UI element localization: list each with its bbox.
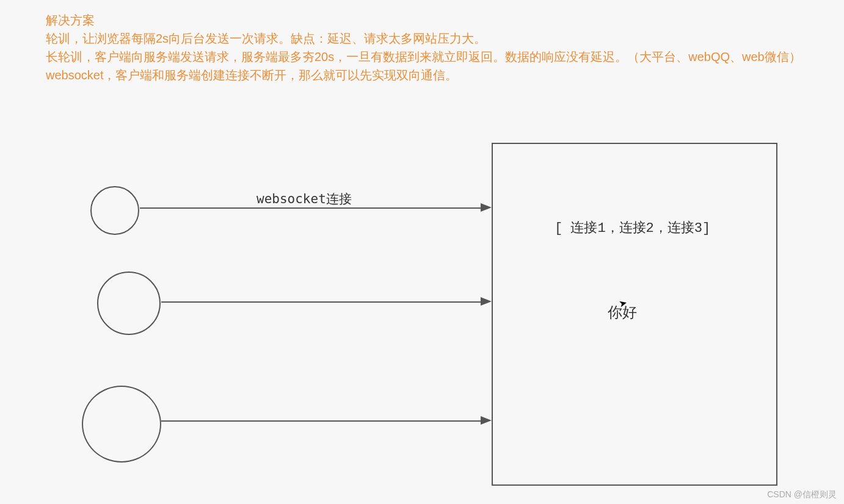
arrow-1-label: websocket连接 (256, 190, 352, 207)
arrow-1-line (140, 207, 482, 209)
diagram-container: websocket连接 [ 连接1，连接2，连接3] 你好 ➤ (0, 0, 844, 504)
server-connection-list: [ 连接1，连接2，连接3] (555, 218, 710, 237)
client-node-2-icon (97, 272, 161, 335)
watermark-text: CSDN @信橙则灵 (767, 489, 837, 500)
arrow-2-line (161, 301, 481, 303)
arrow-2-head-icon (481, 297, 492, 306)
arrow-3-line (161, 420, 481, 422)
arrow-1-head-icon (481, 203, 492, 212)
client-node-1-icon (90, 186, 139, 235)
client-node-3-icon (82, 386, 161, 463)
arrow-3-head-icon (481, 416, 492, 425)
